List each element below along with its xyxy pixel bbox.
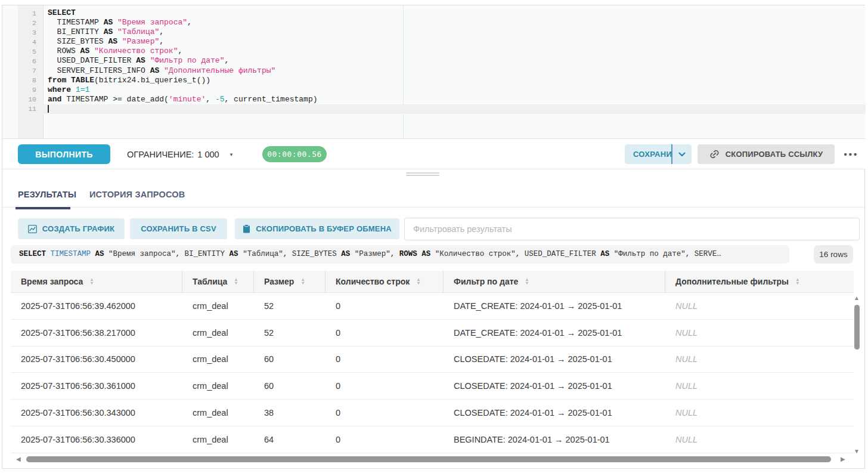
limit-dropdown[interactable]: ОГРАНИЧЕНИЕ: 1 000 ▾ — [127, 139, 232, 169]
sql-editor[interactable]: 1SELECT2 TIMESTAMP AS "Время запроса",3 … — [2, 5, 866, 139]
editor-line[interactable]: 1SELECT — [18, 8, 866, 18]
summary-sql: SELECT TIMESTAMP AS "Время запроса", BI_… — [11, 245, 789, 264]
code-line-text: SERVER_FILTERS_INFO AS "Дополнительные ф… — [43, 66, 866, 76]
vertical-scrollbar[interactable]: ▲ ▼ — [853, 295, 861, 456]
editor-line[interactable]: 11 — [18, 104, 866, 114]
table-cell: 2025-07-31T06:56:30.450000 — [11, 347, 182, 373]
code-line-text: SELECT — [43, 8, 866, 18]
line-number: 4 — [18, 38, 43, 46]
table-cell: NULL — [665, 293, 854, 319]
table-cell: 0 — [326, 400, 444, 426]
table-cell: 2025-07-31T06:56:30.343000 — [11, 400, 182, 426]
table-cell: 2025-07-31T06:56:38.217000 — [11, 320, 182, 346]
table-cell: 38 — [254, 400, 326, 426]
table-cell: 60 — [254, 373, 326, 399]
scroll-right-icon[interactable]: ▶ — [841, 456, 845, 462]
table-cell: NULL — [665, 400, 854, 426]
editor-line[interactable]: 5 ROWS AS "Количество строк", — [18, 47, 866, 56]
table-cell: crm_deal — [182, 293, 254, 319]
table-cell: 0 — [326, 320, 444, 346]
table-cell: 2025-07-31T06:56:30.336000 — [11, 426, 182, 453]
editor-line[interactable]: 6 USED_DATE_FILTER AS "Фильтр по дате", — [18, 56, 866, 66]
sort-icon: ▲▼ — [234, 278, 238, 286]
line-number: 7 — [18, 67, 43, 75]
table-row[interactable]: 2025-07-31T06:56:39.462000crm_deal520DAT… — [11, 293, 854, 320]
line-number: 8 — [18, 76, 43, 84]
code-line-text: SIZE_BYTES AS "Размер", — [43, 37, 866, 47]
tab-results[interactable]: РЕЗУЛЬТАТЫ — [18, 181, 76, 208]
table-cell: crm_deal — [182, 373, 254, 399]
more-actions-button[interactable]: ••• — [838, 144, 864, 164]
copy-to-clipboard-label: СКОПИРОВАТЬ В БУФЕР ОБМЕНА — [256, 224, 392, 233]
panel-resize-handle[interactable] — [406, 172, 439, 177]
code-line-text: USED_DATE_FILTER AS "Фильтр по дате", — [43, 56, 866, 66]
text-cursor — [48, 105, 49, 113]
save-csv-label: СОХРАНИТЬ В CSV — [141, 224, 216, 233]
editor-line[interactable]: 8from TABLE(bitrix24.bi_queries_t()) — [18, 76, 866, 85]
vertical-scrollbar-thumb[interactable] — [854, 305, 860, 350]
code-line-text: BI_ENTITY AS "Таблица", — [43, 27, 866, 37]
copy-to-clipboard-button[interactable]: СКОПИРОВАТЬ В БУФЕР ОБМЕНА — [235, 218, 399, 239]
chevron-down-icon[interactable] — [672, 144, 692, 164]
results-table: Время запроса▲▼Таблица▲▼Размер▲▼Количест… — [11, 271, 854, 453]
bi-query-console: 1SELECT2 TIMESTAMP AS "Время запроса",3 … — [0, 0, 868, 473]
editor-line[interactable]: 10and TIMESTAMP >= date_add('minute', -5… — [18, 95, 866, 104]
row-count-badge: 16 rows — [814, 245, 853, 264]
horizontal-scrollbar[interactable]: ◀ ▶ — [11, 456, 854, 463]
tab-query-history[interactable]: ИСТОРИЯ ЗАПРОСОВ — [89, 181, 185, 208]
table-row[interactable]: 2025-07-31T06:56:30.450000crm_deal600CLO… — [11, 347, 854, 373]
filter-results-input[interactable] — [404, 218, 860, 240]
copy-link-label: СКОПИРОВАТЬ ССЫЛКУ — [726, 150, 823, 159]
line-number: 11 — [18, 105, 43, 113]
save-button-label: СОХРАНИТЬ — [625, 144, 671, 164]
create-chart-label: СОЗДАТЬ ГРАФИК — [42, 224, 114, 233]
column-header[interactable]: Таблица▲▼ — [182, 271, 254, 292]
column-header[interactable]: Фильтр по дате▲▼ — [444, 271, 665, 292]
sort-icon: ▲▼ — [89, 278, 94, 286]
execution-timer-badge: 00:00:00.56 — [262, 146, 327, 162]
table-cell: NULL — [665, 320, 854, 346]
horizontal-scrollbar-thumb[interactable] — [26, 456, 831, 462]
table-cell: CLOSEDATE: 2024-01-01 → 2025-01-01 — [444, 373, 665, 399]
code-line-text — [43, 104, 866, 114]
table-row[interactable]: 2025-07-31T06:56:30.343000crm_deal380CLO… — [11, 400, 854, 426]
limit-value: 1 000 — [197, 150, 219, 159]
table-header: Время запроса▲▼Таблица▲▼Размер▲▼Количест… — [11, 271, 854, 293]
save-csv-button[interactable]: СОХРАНИТЬ В CSV — [130, 218, 227, 239]
editor-line[interactable]: 3 BI_ENTITY AS "Таблица", — [18, 27, 866, 37]
column-header[interactable]: Размер▲▼ — [254, 271, 326, 292]
table-row[interactable]: 2025-07-31T06:56:30.336000crm_deal640BEG… — [11, 426, 854, 453]
editor-line[interactable]: 9where 1=1 — [18, 85, 866, 95]
column-header[interactable]: Дополнительные фильтры▲▼ — [665, 271, 854, 292]
column-header[interactable]: Время запроса▲▼ — [11, 271, 182, 292]
table-cell: crm_deal — [182, 347, 254, 373]
table-cell: crm_deal — [182, 426, 254, 453]
sort-icon: ▲▼ — [416, 278, 420, 286]
column-header[interactable]: Количество строк▲▼ — [326, 271, 444, 292]
table-cell: NULL — [665, 426, 854, 453]
table-cell: NULL — [665, 347, 854, 373]
editor-line[interactable]: 7 SERVER_FILTERS_INFO AS "Дополнительные… — [18, 66, 866, 76]
sort-icon: ▲▼ — [525, 278, 529, 286]
line-number: 6 — [18, 57, 43, 65]
code-line-text: from TABLE(bitrix24.bi_queries_t()) — [43, 76, 866, 85]
table-body: 2025-07-31T06:56:39.462000crm_deal520DAT… — [11, 293, 854, 453]
active-tab-underline — [16, 207, 70, 209]
chart-icon — [28, 225, 37, 233]
save-button[interactable]: СОХРАНИТЬ — [625, 144, 692, 164]
create-chart-button[interactable]: СОЗДАТЬ ГРАФИК — [18, 218, 125, 239]
copy-link-button[interactable]: СКОПИРОВАТЬ ССЫЛКУ — [698, 144, 835, 164]
tabs: РЕЗУЛЬТАТЫИСТОРИЯ ЗАПРОСОВ — [2, 181, 866, 208]
results-actions: СОЗДАТЬ ГРАФИК СОХРАНИТЬ В CSV СКОПИРОВА… — [2, 218, 866, 242]
scroll-up-icon[interactable]: ▲ — [854, 295, 860, 301]
table-row[interactable]: 2025-07-31T06:56:30.361000crm_deal600CLO… — [11, 373, 854, 400]
scroll-down-icon[interactable]: ▼ — [854, 448, 860, 455]
table-row[interactable]: 2025-07-31T06:56:38.217000crm_deal520DAT… — [11, 320, 854, 347]
link-icon — [707, 147, 721, 162]
line-number: 3 — [18, 29, 43, 36]
run-button[interactable]: ВЫПОЛНИТЬ — [18, 144, 110, 164]
editor-line[interactable]: 4 SIZE_BYTES AS "Размер", — [18, 37, 866, 47]
editor-line[interactable]: 2 TIMESTAMP AS "Время запроса", — [18, 18, 866, 27]
table-cell: NULL — [665, 373, 854, 399]
scroll-left-icon[interactable]: ◀ — [16, 456, 21, 462]
